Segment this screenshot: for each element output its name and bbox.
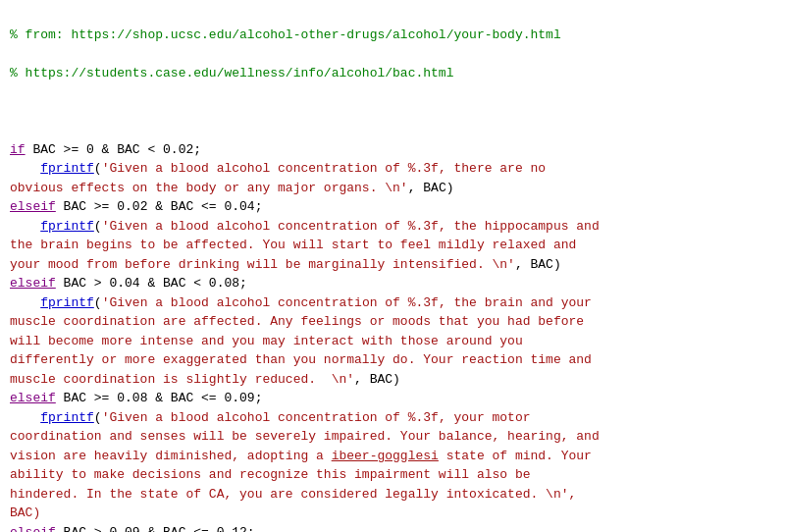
comment-line-1: % from: https://shop.ucsc.edu/alcohol-ot… <box>10 27 561 42</box>
code-block-1: if BAC >= 0 & BAC < 0.02; fprintf('Given… <box>10 142 600 533</box>
code-editor: % from: https://shop.ucsc.edu/alcohol-ot… <box>0 0 785 532</box>
comment-line-2: % https://students.case.edu/wellness/inf… <box>10 66 453 80</box>
